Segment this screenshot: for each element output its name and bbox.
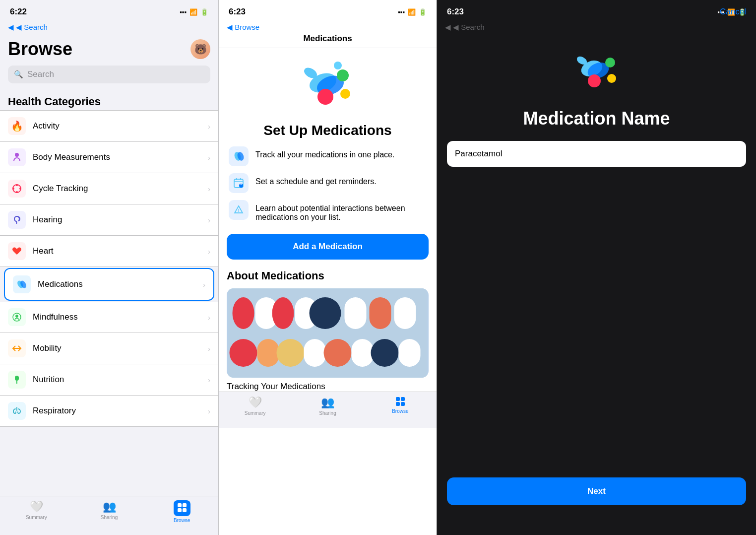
feature-schedule-text: Set a schedule and get reminders. [255, 173, 427, 186]
signal-icon-2: 📶 [408, 8, 416, 16]
nav-bar-2: Medications [219, 34, 437, 48]
svg-rect-40 [394, 297, 416, 329]
battery-icon: 🔋 [200, 8, 208, 16]
pill-pattern-svg [227, 288, 429, 378]
category-list: 🔥 Activity › Body Measurements › Cycle T… [0, 110, 218, 496]
tab-sharing-1[interactable]: 👥 Sharing [73, 500, 146, 523]
panel-medication-name: 6:23 ▪▪▪ 📶 🔋 ◀ ◀ Search Cancel Medicatio… [437, 0, 756, 535]
svg-rect-15 [183, 508, 187, 512]
category-item-mindfulness[interactable]: Mindfulness › [0, 302, 218, 333]
medication-name-input[interactable] [447, 141, 746, 167]
chevron-body: › [208, 153, 210, 162]
svg-point-5 [12, 188, 14, 190]
cancel-button[interactable]: Cancel [720, 7, 746, 17]
chevron-mindfulness: › [208, 313, 210, 322]
svg-point-47 [371, 339, 399, 367]
svg-point-2 [16, 184, 18, 186]
heart-tab-icon-2: 🤍 [249, 396, 262, 409]
chevron-mobility: › [208, 344, 210, 353]
about-title: About Medications [227, 269, 429, 282]
heart-icon [8, 242, 26, 260]
category-item-activity[interactable]: 🔥 Activity › [0, 110, 218, 142]
tab-browse-2[interactable]: Browse [364, 396, 437, 416]
tab-summary-label-2: Summary [245, 410, 266, 416]
status-bar-2: 6:23 ▪▪▪ 📶 🔋 [219, 0, 437, 21]
tab-summary-label-1: Summary [26, 515, 47, 520]
category-item-respiratory[interactable]: Respiratory › [0, 396, 218, 427]
back-label-1: ◀ Search [16, 23, 48, 31]
svg-point-3 [19, 188, 21, 190]
mindfulness-icon [8, 308, 26, 326]
cycle-tracking-label: Cycle Tracking [33, 184, 208, 194]
next-button[interactable]: Next [447, 477, 746, 505]
section-header: Health Categories [0, 91, 218, 110]
add-medication-button[interactable]: Add a Medication [227, 234, 429, 260]
feature-schedule-icon: + [229, 173, 249, 193]
category-item-mobility[interactable]: Mobility › [0, 333, 218, 364]
feature-track-icon [229, 146, 249, 166]
svg-rect-46 [352, 339, 374, 367]
sharing-tab-icon: 👥 [103, 500, 116, 513]
status-bar-3: 6:23 ▪▪▪ 📶 🔋 [437, 0, 756, 21]
svg-text:!: ! [238, 208, 240, 213]
medication-name-title: Medication Name [437, 103, 756, 141]
respiratory-icon [8, 402, 26, 420]
wifi-icon-2: ▪▪▪ [398, 8, 405, 16]
browse-grid-icon-2 [394, 396, 407, 407]
respiratory-label: Respiratory [33, 406, 208, 416]
search-bar[interactable]: 🔍 Search [8, 66, 210, 83]
tab-sharing-2[interactable]: 👥 Sharing [291, 396, 364, 416]
chevron-respiratory: › [208, 407, 210, 415]
category-item-hearing[interactable]: Hearing › [0, 204, 218, 236]
avatar[interactable]: 🐻 [190, 39, 210, 59]
about-section: About Medications [219, 269, 437, 392]
category-item-body-measurements[interactable]: Body Measurements › [0, 142, 218, 173]
cycle-tracking-icon [8, 180, 26, 198]
browse-grid-icon [177, 502, 188, 513]
status-bar-1: 6:22 ▪▪▪ 📶 🔋 [0, 0, 218, 21]
heart-tab-icon: 🤍 [30, 500, 43, 513]
body-measurements-label: Body Measurements [33, 152, 208, 162]
tab-sharing-label-2: Sharing [319, 410, 336, 416]
svg-point-55 [605, 58, 615, 67]
chevron-cycle: › [208, 185, 210, 193]
back-nav-2[interactable]: ◀ Browse [219, 21, 437, 34]
setup-title: Set Up Medications [219, 118, 437, 146]
tab-browse-1[interactable]: Browse [145, 500, 218, 523]
hearing-label: Hearing [33, 215, 208, 225]
search-placeholder: Search [27, 69, 54, 79]
category-item-nutrition[interactable]: Nutrition › [0, 364, 218, 396]
category-item-medications[interactable]: Medications › [4, 268, 214, 301]
browse-title-row: Browse 🐻 [0, 35, 218, 66]
sharing-tab-icon-2: 👥 [321, 396, 334, 409]
svg-rect-49 [396, 397, 400, 401]
back-arrow-1: ◀ [8, 23, 14, 31]
category-item-heart[interactable]: Heart › [0, 236, 218, 267]
status-time-2: 6:23 [229, 7, 246, 17]
activity-label: Activity [33, 121, 208, 131]
feature-schedule: + Set a schedule and get reminders. [229, 173, 427, 193]
browse-tab-bg [174, 500, 190, 516]
category-item-cycle-tracking[interactable]: Cycle Tracking › [0, 173, 218, 204]
feature-track-text: Track all your medications in one place. [255, 146, 427, 159]
svg-rect-12 [178, 503, 182, 507]
wifi-icon: ▪▪▪ [180, 8, 187, 16]
svg-text:+: + [240, 183, 242, 186]
tab-summary-1[interactable]: 🤍 Summary [0, 500, 73, 523]
search-icon: 🔍 [14, 70, 23, 79]
tab-sharing-label-1: Sharing [101, 515, 118, 520]
signal-icon: 📶 [189, 8, 197, 16]
tab-bar-2: 🤍 Summary 👥 Sharing Browse [219, 392, 437, 428]
back-nav-1[interactable]: ◀ ◀ Search [0, 21, 218, 35]
battery-icon-2: 🔋 [419, 8, 427, 16]
tab-summary-2[interactable]: 🤍 Summary [219, 396, 291, 416]
svg-point-35 [272, 297, 294, 329]
nutrition-label: Nutrition [33, 375, 208, 385]
browse-title: Browse [8, 39, 72, 60]
svg-rect-50 [401, 397, 405, 401]
medications-icon [13, 275, 31, 293]
svg-point-57 [607, 74, 616, 83]
svg-point-4 [16, 191, 18, 193]
svg-point-19 [317, 89, 333, 105]
panel-browse: 6:22 ▪▪▪ 📶 🔋 ◀ ◀ Search Browse 🐻 🔍 Searc… [0, 0, 218, 535]
